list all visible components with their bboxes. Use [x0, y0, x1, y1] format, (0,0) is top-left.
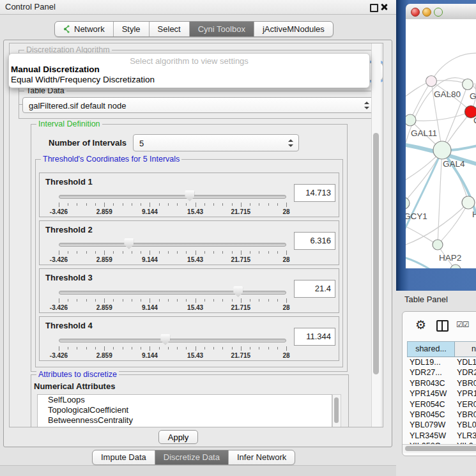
network-canvas[interactable]: GAL80GACGAL11GAL4GCY1HHAP2 — [406, 19, 476, 268]
split-columns-icon[interactable] — [436, 320, 449, 332]
table-row[interactable]: YPR145WYPR1 — [407, 388, 476, 399]
cell-shared-name: YPR145W — [407, 388, 454, 399]
thresholds-group: Threshold's Coordinates for 5 Intervals … — [35, 159, 343, 367]
screen: Control Panel NetworkStyleSelectCyni Too… — [0, 0, 476, 476]
attribute-item[interactable]: SelfLoops — [38, 395, 332, 405]
node-gal4[interactable] — [433, 141, 451, 159]
node-hap2[interactable] — [433, 240, 443, 250]
threshold-value-field[interactable]: 21.4 — [294, 280, 335, 298]
slider-track[interactable] — [59, 339, 286, 342]
slider-thumb[interactable] — [160, 334, 170, 345]
table-row[interactable]: YDL19...YDL1 — [407, 357, 476, 367]
panel-title: Control Panel — [5, 2, 56, 12]
panel-vertical-scrollbar[interactable] — [371, 43, 381, 427]
node-topright[interactable] — [463, 79, 473, 90]
tab-select[interactable]: Select — [149, 22, 189, 36]
cell-shared-name: YDR27... — [407, 367, 454, 378]
network-edge[interactable] — [431, 53, 476, 81]
threshold-slider[interactable]: -3.4262.8599.14415.4321.71528 — [59, 288, 286, 310]
network-edge[interactable] — [406, 150, 442, 203]
cell-shared-name: YLR345W — [407, 431, 454, 441]
cell-shared-name: YBL079W — [407, 420, 454, 430]
node-gal11[interactable] — [406, 114, 416, 126]
network-edge-highlighted[interactable] — [406, 150, 442, 235]
threshold-slider[interactable]: -3.4262.8599.14415.4321.71528 — [59, 240, 286, 262]
float-icon[interactable] — [370, 4, 378, 12]
network-edge[interactable] — [406, 225, 438, 245]
threshold-label: Threshold 4 — [45, 321, 93, 330]
attribute-item[interactable]: TopologicalCoefficient — [38, 405, 332, 415]
traffic-light-close-icon[interactable] — [411, 8, 420, 17]
table-horizontal-scrollbar[interactable] — [403, 444, 476, 453]
scrollbar-thumb[interactable] — [373, 133, 379, 374]
cell-shared-name: YBR045C — [407, 410, 454, 420]
node-label: GCY1 — [406, 211, 427, 221]
network-edge[interactable] — [410, 112, 471, 121]
network-window-titlebar[interactable] — [406, 4, 476, 20]
node-pink[interactable] — [426, 76, 437, 87]
cyni-toolbox-panel: Discretization Algorithm Table Data galF… — [3, 40, 392, 447]
table-panel: ⚙ ☑☑ shared... na YDL19...YDL1YDR27...YD… — [402, 311, 476, 456]
slider-thumb[interactable] — [124, 238, 134, 249]
num-intervals-value: 5 — [139, 138, 144, 148]
num-intervals-label: Number of Intervals — [49, 138, 127, 148]
slider-ticks — [59, 203, 286, 208]
traffic-light-minimize-icon[interactable] — [422, 8, 431, 17]
table-row[interactable]: YBR043CYBR0 — [407, 378, 476, 388]
node-gcy1[interactable] — [406, 197, 410, 209]
threshold-value-field[interactable]: 11.344 — [294, 328, 335, 346]
tab-style[interactable]: Style — [113, 22, 149, 36]
slider-track[interactable] — [59, 291, 286, 295]
tab-impute-data[interactable]: Impute Data — [93, 450, 155, 464]
network-edge[interactable] — [438, 150, 442, 245]
algorithm-option-1[interactable]: Manual Discretization — [10, 65, 368, 75]
bottom-tab-bar: Impute DataDiscretize DataInfer Network — [92, 450, 295, 465]
traffic-light-zoom-icon[interactable] — [434, 8, 443, 17]
cell-name: YBR0 — [454, 378, 476, 388]
scrollbar-thumb[interactable] — [405, 446, 476, 451]
column-header-name[interactable]: na — [455, 342, 476, 357]
threshold-value-field[interactable]: 14.713 — [294, 184, 335, 202]
table-data-value: galFiltered.sif default node — [29, 100, 126, 110]
table-row[interactable]: YDR27...YDR2 — [407, 367, 476, 378]
table-panel-title: Table Panel — [404, 295, 448, 304]
network-edge[interactable] — [438, 203, 468, 245]
slider-track[interactable] — [59, 195, 286, 199]
threshold-slider[interactable]: -3.4262.8599.14415.4321.71528 — [59, 336, 286, 358]
gear-icon[interactable]: ⚙ — [415, 318, 426, 332]
num-intervals-combobox[interactable]: 5 — [133, 134, 299, 151]
tab-infer-network[interactable]: Infer Network — [228, 450, 295, 464]
attribute-item[interactable]: BetweennessCentrality — [38, 415, 332, 426]
table-row[interactable]: YLR345WYLR3 — [407, 431, 476, 441]
tab-network[interactable]: Network — [55, 22, 113, 36]
attributes-group-title: Attributes to discretize — [36, 370, 119, 379]
tab-discretize-data[interactable]: Discretize Data — [155, 450, 228, 464]
node-label: GAL11 — [411, 128, 437, 138]
slider-thumb[interactable] — [185, 190, 194, 201]
scrollbar-thumb[interactable] — [334, 397, 339, 423]
slider-track[interactable] — [59, 243, 286, 247]
network-edge-highlighted[interactable] — [406, 257, 433, 268]
threshold-value-field[interactable]: 6.316 — [294, 232, 335, 250]
cell-shared-name: YBR043C — [407, 378, 454, 388]
threshold-slider[interactable]: -3.4262.8599.14415.4321.71528 — [59, 192, 286, 214]
attributes-list-scrollbar[interactable] — [332, 394, 341, 427]
algorithm-option-2[interactable]: Equal Width/Frequency Discretization — [10, 75, 368, 85]
network-edge[interactable] — [410, 81, 431, 120]
table-data-combobox[interactable]: galFiltered.sif default node — [22, 97, 375, 113]
numerical-attributes-list[interactable]: SelfLoopsTopologicalCoefficientBetweenne… — [37, 394, 332, 427]
table-row[interactable]: YBL079WYBL0 — [407, 420, 476, 430]
slider-thumb[interactable] — [233, 286, 243, 297]
node-h[interactable] — [462, 196, 475, 209]
tab-cyni-toolbox[interactable]: Cyni Toolbox — [189, 22, 254, 36]
apply-button[interactable]: Apply — [158, 430, 198, 444]
interval-group-title: Interval Definition — [36, 119, 102, 128]
table-row[interactable]: YER054CYER0 — [407, 399, 476, 410]
combo-stepper-icon — [364, 102, 369, 109]
checkbox-icons[interactable]: ☑☑ — [456, 320, 469, 329]
column-header-shared[interactable]: shared... — [408, 342, 455, 357]
table-row[interactable]: YBR045CYBR0 — [407, 410, 476, 420]
close-icon[interactable] — [380, 3, 388, 11]
tab-jactivemnodules[interactable]: jActiveMNodules — [254, 22, 333, 36]
slider-tick-labels: -3.4262.8599.14415.4321.71528 — [59, 304, 286, 312]
